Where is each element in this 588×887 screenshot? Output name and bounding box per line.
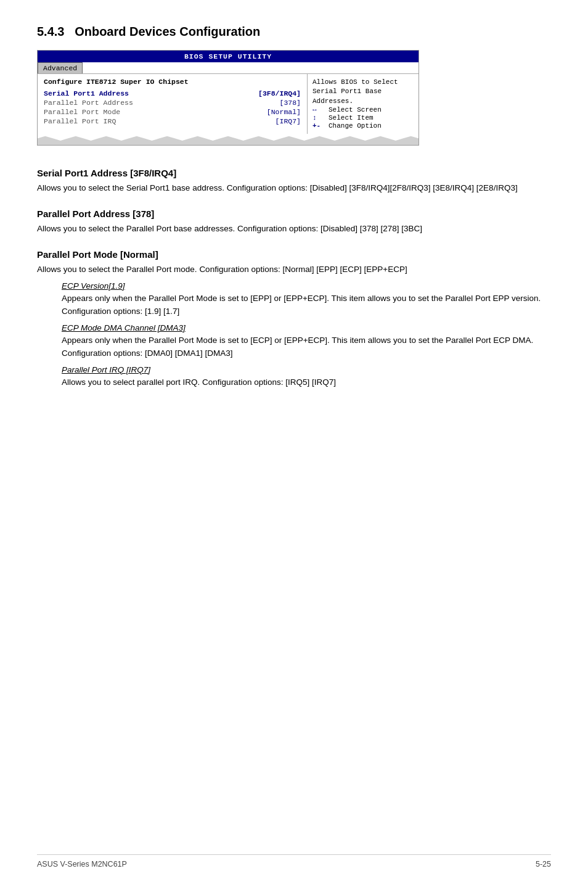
bios-screenshot-box: BIOS SETUP UTILITY Advanced Configure IT… (37, 50, 419, 146)
bios-item-label: Parallel Port Address (44, 99, 133, 107)
bios-tab-advanced[interactable]: Advanced (38, 62, 83, 73)
doc-subitem-parallel-irq-body: Allows you to select parallel port IRQ. … (62, 376, 551, 389)
bios-item-value: [3F8/IRQ4] (258, 89, 301, 97)
footer-right: 5-25 (536, 860, 551, 868)
bios-control-key: +- (312, 122, 325, 130)
doc-subitem-ecp-dma: ECP Mode DMA Channel [DMA3] Appears only… (62, 323, 551, 360)
bios-control-select-screen: ↔ Select Screen (312, 106, 414, 113)
doc-body-parallel-port-mode: Allows you to select the Parallel Port m… (37, 263, 551, 276)
bios-control-change-option: +- Change Option (312, 122, 414, 130)
section-heading-area: 5.4.3 Onboard Devices Configuration (37, 25, 551, 39)
bios-item-label: Parallel Port Mode (44, 108, 120, 116)
doc-subitem-ecp-version: ECP Version[1.9] Appears only when the P… (62, 281, 551, 318)
doc-section-serial-port1: Serial Port1 Address [3F8/IRQ4] Allows y… (37, 168, 551, 195)
section-title: 5.4.3 Onboard Devices Configuration (37, 25, 551, 39)
bios-right-panel: Allows BIOS to Select Serial Port1 Base … (308, 74, 419, 134)
bios-item-label: Parallel Port IRQ (44, 117, 116, 125)
bios-control-desc: Change Option (329, 122, 382, 130)
bios-item-value: [Normal] (267, 108, 301, 116)
bios-control-key: ↔ (312, 106, 325, 113)
doc-subitem-ecp-dma-body: Appears only when the Parallel Port Mode… (62, 334, 551, 360)
bios-control-desc: Select Screen (329, 106, 382, 113)
bios-control-select-item: ↕ Select Item (312, 114, 414, 122)
bios-main-content: Configure ITE8712 Super IO Chipset Seria… (38, 74, 419, 134)
doc-section-parallel-port-address: Parallel Port Address [378] Allows you t… (37, 208, 551, 236)
bios-configure-header: Configure ITE8712 Super IO Chipset (44, 78, 301, 86)
doc-heading-parallel-port-address: Parallel Port Address [378] (37, 208, 551, 219)
bios-control-desc: Select Item (329, 114, 374, 122)
doc-heading-parallel-port-mode: Parallel Port Mode [Normal] (37, 249, 551, 260)
doc-subitem-ecp-dma-title: ECP Mode DMA Channel [DMA3] (62, 323, 551, 332)
bios-item-label: Serial Port1 Address (44, 89, 129, 97)
doc-subitem-ecp-version-body: Appears only when the Parallel Port Mode… (62, 292, 551, 318)
doc-section-parallel-port-mode: Parallel Port Mode [Normal] Allows you t… (37, 249, 551, 389)
bios-item-parallel-irq[interactable]: Parallel Port IRQ [IRQ7] (44, 117, 301, 125)
bios-left-panel: Configure ITE8712 Super IO Chipset Seria… (38, 74, 308, 134)
bios-item-parallel-mode[interactable]: Parallel Port Mode [Normal] (44, 108, 301, 116)
bios-help-text: Allows BIOS to Select Serial Port1 Base … (312, 78, 414, 106)
bios-item-parallel-addr[interactable]: Parallel Port Address [378] (44, 99, 301, 107)
bios-item-serial-port1[interactable]: Serial Port1 Address [3F8/IRQ4] (44, 89, 301, 97)
bios-nav-bar: Advanced (38, 62, 419, 74)
bios-control-key: ↕ (312, 114, 325, 122)
doc-body-parallel-port-address: Allows you to select the Parallel Port b… (37, 223, 551, 236)
bios-wavy-decoration (38, 134, 419, 145)
bios-item-value: [IRQ7] (276, 117, 301, 125)
page-footer: ASUS V-Series M2NC61P 5-25 (37, 854, 551, 868)
doc-heading-serial-port1: Serial Port1 Address [3F8/IRQ4] (37, 168, 551, 178)
footer-left: ASUS V-Series M2NC61P (37, 860, 127, 868)
bios-item-value: [378] (279, 99, 301, 107)
bios-controls: ↔ Select Screen ↕ Select Item +- Change … (312, 106, 414, 130)
doc-subitem-parallel-irq: Parallel Port IRQ [IRQ7] Allows you to s… (62, 365, 551, 389)
doc-subitem-parallel-irq-title: Parallel Port IRQ [IRQ7] (62, 365, 551, 374)
bios-header: BIOS SETUP UTILITY (38, 51, 419, 62)
doc-body-serial-port1: Allows you to select the Serial Port1 ba… (37, 182, 551, 195)
doc-subitem-ecp-version-title: ECP Version[1.9] (62, 281, 551, 291)
